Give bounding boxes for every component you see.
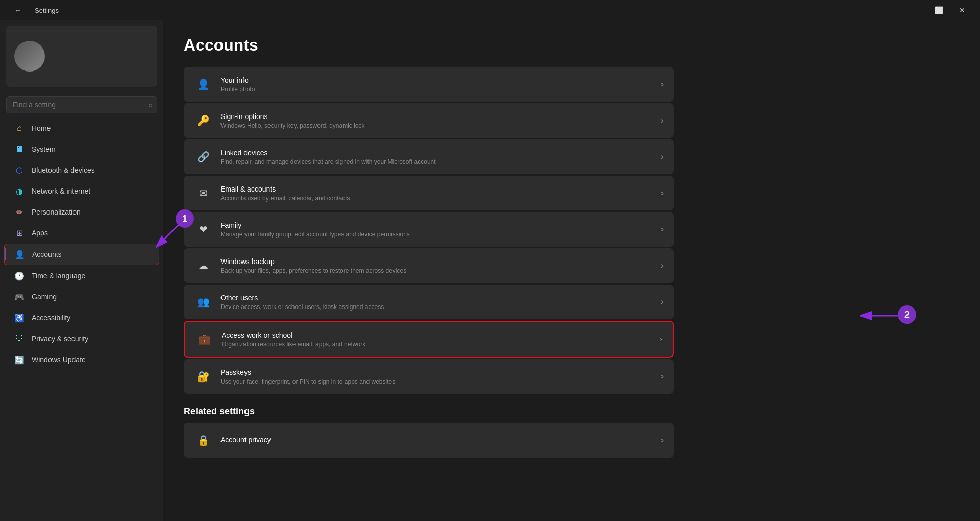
search-icon: ⌕ [148, 101, 152, 109]
account-privacy-text: Account privacy [220, 436, 661, 445]
main-content: Accounts 👤 Your info Profile photo › 🔑 S… [163, 20, 980, 521]
passkeys-chevron: › [661, 372, 664, 381]
page-title: Accounts [184, 36, 960, 55]
access-work-subtitle: Organization resources like email, apps,… [222, 341, 660, 348]
setting-item-linked-devices[interactable]: 🔗 Linked devices Find, repair, and manag… [184, 139, 674, 174]
email-accounts-title: Email & accounts [220, 185, 661, 193]
accounts-nav-icon: 👤 [15, 249, 25, 259]
setting-item-email-accounts[interactable]: ✉ Email & accounts Accounts used by emai… [184, 176, 674, 210]
time-nav-label: Time & language [32, 272, 85, 280]
your-info-icon: 👤 [194, 75, 212, 93]
linked-devices-subtitle: Find, repair, and manage devices that ar… [220, 158, 661, 165]
gaming-nav-icon: 🎮 [14, 292, 24, 302]
network-nav-label: Network & internet [32, 187, 90, 195]
family-text: Family Manage your family group, edit ac… [220, 221, 661, 238]
sidebar-item-apps[interactable]: ⊞ Apps [4, 223, 159, 243]
search-input[interactable] [6, 96, 157, 113]
your-info-text: Your info Profile photo [220, 76, 661, 93]
other-users-subtitle: Device access, work or school users, kio… [220, 303, 661, 311]
sidebar-item-personalization[interactable]: ✏ Personalization [4, 202, 159, 222]
titlebar: ← Settings — ⬜ ✕ [0, 0, 980, 20]
home-nav-icon: ⌂ [14, 123, 24, 133]
personalization-nav-label: Personalization [32, 208, 81, 216]
gaming-nav-label: Gaming [32, 293, 57, 301]
system-nav-label: System [32, 145, 56, 153]
other-users-icon: 👥 [194, 293, 212, 311]
sidebar-item-gaming[interactable]: 🎮 Gaming [4, 287, 159, 307]
setting-item-windows-backup[interactable]: ☁ Windows backup Back up your files, app… [184, 248, 674, 283]
your-info-title: Your info [220, 76, 661, 84]
sidebar-item-privacy[interactable]: 🛡 Privacy & security [4, 328, 159, 349]
linked-devices-chevron: › [661, 152, 664, 161]
personalization-nav-icon: ✏ [14, 207, 24, 217]
app-body: ⌕ ⌂ Home 🖥 System ⬡ Bluetooth & devices … [0, 20, 980, 521]
setting-item-passkeys[interactable]: 🔐 Passkeys Use your face, fingerprint, o… [184, 359, 674, 394]
close-icon: ✕ [959, 6, 965, 14]
accessibility-nav-icon: ♿ [14, 313, 24, 323]
system-nav-icon: 🖥 [14, 144, 24, 154]
sidebar-item-network[interactable]: ◑ Network & internet [4, 181, 159, 201]
account-privacy-icon: 🔒 [194, 431, 212, 449]
setting-item-access-work[interactable]: 💼 Access work or school Organization res… [184, 321, 674, 358]
setting-item-family[interactable]: ❤ Family Manage your family group, edit … [184, 212, 674, 247]
sidebar: ⌕ ⌂ Home 🖥 System ⬡ Bluetooth & devices … [0, 20, 163, 521]
access-work-chevron: › [660, 335, 663, 344]
family-icon: ❤ [194, 220, 212, 239]
email-accounts-subtitle: Accounts used by email, calendar, and co… [220, 195, 661, 202]
other-users-chevron: › [661, 297, 664, 306]
setting-item-account-privacy[interactable]: 🔒 Account privacy › [184, 423, 674, 458]
time-nav-icon: 🕐 [14, 271, 24, 281]
minimize-button[interactable]: — [903, 2, 927, 18]
accounts-nav-label: Accounts [32, 250, 62, 258]
update-nav-label: Windows Update [32, 356, 86, 364]
settings-list: 👤 Your info Profile photo › 🔑 Sign-in op… [184, 67, 674, 394]
sidebar-item-system[interactable]: 🖥 System [4, 139, 159, 159]
search-box: ⌕ [6, 96, 157, 113]
arrow-2-svg [852, 300, 914, 331]
privacy-nav-label: Privacy & security [32, 335, 88, 343]
your-info-subtitle: Profile photo [220, 86, 661, 93]
windows-backup-subtitle: Back up your files, apps, preferences to… [220, 267, 661, 274]
minimize-icon: — [912, 6, 919, 14]
sign-in-chevron: › [661, 116, 664, 125]
back-icon: ← [14, 6, 21, 14]
sidebar-item-accessibility[interactable]: ♿ Accessibility [4, 307, 159, 328]
titlebar-left: ← Settings [6, 2, 59, 18]
access-work-icon: 💼 [195, 330, 213, 348]
bluetooth-nav-icon: ⬡ [14, 165, 24, 175]
access-work-text: Access work or school Organization resou… [222, 331, 660, 348]
family-subtitle: Manage your family group, edit account t… [220, 231, 661, 238]
apps-nav-icon: ⊞ [14, 228, 24, 238]
related-settings-title: Related settings [184, 406, 960, 417]
privacy-nav-icon: 🛡 [14, 334, 24, 344]
family-chevron: › [661, 225, 664, 234]
sidebar-item-update[interactable]: 🔄 Windows Update [4, 349, 159, 370]
maximize-icon: ⬜ [935, 6, 943, 14]
home-nav-label: Home [32, 124, 51, 132]
linked-devices-title: Linked devices [220, 149, 661, 157]
sign-in-icon: 🔑 [194, 111, 212, 130]
windows-backup-icon: ☁ [194, 256, 212, 275]
back-button[interactable]: ← [6, 2, 30, 18]
passkeys-title: Passkeys [220, 368, 661, 376]
account-privacy-chevron: › [661, 436, 664, 445]
accessibility-nav-label: Accessibility [32, 314, 70, 322]
maximize-button[interactable]: ⬜ [927, 2, 950, 18]
sign-in-subtitle: Windows Hello, security key, password, d… [220, 122, 661, 129]
family-title: Family [220, 221, 661, 229]
sidebar-item-bluetooth[interactable]: ⬡ Bluetooth & devices [4, 160, 159, 180]
sign-in-text: Sign-in options Windows Hello, security … [220, 112, 661, 129]
sidebar-item-time[interactable]: 🕐 Time & language [4, 266, 159, 286]
setting-item-your-info[interactable]: 👤 Your info Profile photo › [184, 67, 674, 102]
setting-item-other-users[interactable]: 👥 Other users Device access, work or sch… [184, 285, 674, 319]
setting-item-sign-in[interactable]: 🔑 Sign-in options Windows Hello, securit… [184, 103, 674, 138]
windows-backup-chevron: › [661, 261, 664, 270]
passkeys-subtitle: Use your face, fingerprint, or PIN to si… [220, 378, 661, 385]
sidebar-item-accounts[interactable]: 👤 Accounts [4, 244, 159, 265]
network-nav-icon: ◑ [14, 186, 24, 196]
linked-devices-text: Linked devices Find, repair, and manage … [220, 149, 661, 165]
close-button[interactable]: ✕ [950, 2, 974, 18]
bluetooth-nav-label: Bluetooth & devices [32, 166, 95, 174]
access-work-title: Access work or school [222, 331, 660, 339]
sidebar-item-home[interactable]: ⌂ Home [4, 118, 159, 138]
